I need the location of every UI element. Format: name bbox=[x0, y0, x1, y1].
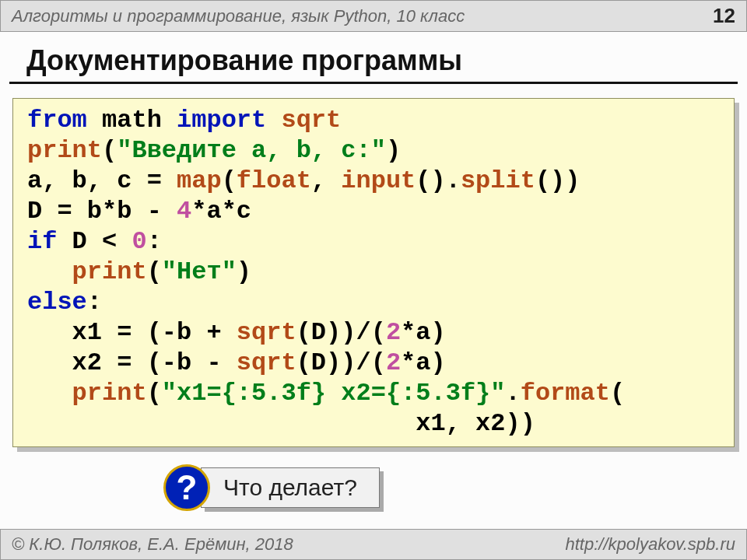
code-fn: sqrt bbox=[237, 348, 296, 377]
code-text: (). bbox=[416, 166, 461, 195]
code-text: *a*c bbox=[191, 197, 251, 226]
slide-footer: © К.Ю. Поляков, Е.А. Ерёмин, 2018 http:/… bbox=[0, 529, 747, 560]
page-number: 12 bbox=[713, 4, 735, 28]
code-num: 2 bbox=[386, 348, 401, 377]
code-kw: if bbox=[27, 227, 57, 256]
code-fn: print bbox=[72, 257, 147, 286]
code-text bbox=[27, 379, 72, 408]
code-fn: split bbox=[461, 166, 535, 195]
code-text: ( bbox=[102, 136, 117, 165]
code-fn: input bbox=[341, 166, 416, 195]
question-icon: ? bbox=[163, 464, 210, 511]
callout-text: Что делает? bbox=[201, 467, 380, 508]
code-kw: from bbox=[27, 106, 87, 135]
code-text: , bbox=[311, 166, 341, 195]
code-text: a, b, c = bbox=[27, 166, 177, 195]
code-text: ( bbox=[147, 257, 162, 286]
copyright: © К.Ю. Поляков, Е.А. Ерёмин, 2018 bbox=[12, 534, 293, 555]
code-kw: import bbox=[177, 106, 266, 135]
code-fn: sqrt bbox=[237, 318, 296, 347]
code-fn: map bbox=[177, 166, 222, 195]
code-str: "Введите a, b, c:" bbox=[117, 136, 386, 165]
code-num: 0 bbox=[132, 227, 146, 256]
code-fn: print bbox=[72, 379, 147, 408]
code-fn: float bbox=[237, 166, 311, 195]
code-text: x1, x2)) bbox=[27, 409, 535, 438]
code-block: from math import sqrt print("Введите a, … bbox=[12, 98, 735, 447]
code-fn: sqrt bbox=[266, 106, 341, 135]
callout: ? Что делает? bbox=[163, 464, 747, 511]
code-text: math bbox=[87, 106, 177, 135]
code-num: 2 bbox=[386, 318, 401, 347]
code-str: "Нет" bbox=[162, 257, 237, 286]
code-text: ( bbox=[147, 379, 162, 408]
code-text: ()) bbox=[535, 166, 580, 195]
code-text bbox=[27, 257, 72, 286]
slide-title: Документирование программы bbox=[9, 32, 738, 84]
code-num: 4 bbox=[177, 197, 191, 226]
code-text: : bbox=[147, 227, 162, 256]
code-text: ( bbox=[610, 379, 625, 408]
code-text: *a) bbox=[401, 348, 446, 377]
code-text: D < bbox=[57, 227, 132, 256]
code-kw: else bbox=[27, 288, 87, 317]
code-text: ( bbox=[222, 166, 237, 195]
code-fn: print bbox=[27, 136, 102, 165]
footer-url: http://kpolyakov.spb.ru bbox=[566, 534, 736, 555]
code-text: . bbox=[506, 379, 521, 408]
code-text: (D))/( bbox=[296, 348, 386, 377]
code-text: : bbox=[87, 288, 102, 317]
code-str: "x1={:5.3f} x2={:5.3f}" bbox=[162, 379, 506, 408]
code-text: D = b*b - bbox=[27, 197, 177, 226]
code-text: (D))/( bbox=[296, 318, 386, 347]
code-text: *a) bbox=[401, 318, 446, 347]
course-title: Алгоритмы и программирование, язык Pytho… bbox=[12, 6, 465, 26]
code-text: x1 = (-b + bbox=[27, 318, 237, 347]
code-text: ) bbox=[386, 136, 401, 165]
code-fn: format bbox=[521, 379, 610, 408]
slide-header: Алгоритмы и программирование, язык Pytho… bbox=[0, 0, 747, 32]
code-text: ) bbox=[237, 257, 251, 286]
code-text: x2 = (-b - bbox=[27, 348, 237, 377]
